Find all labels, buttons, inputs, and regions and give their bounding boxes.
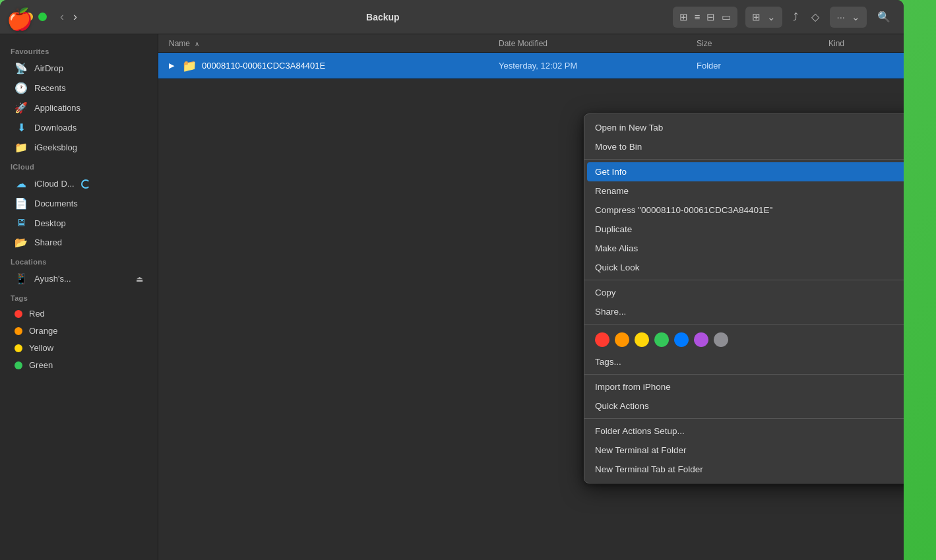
file-row-name: ▶ 📁 00008110-00061CDC3A84401E	[169, 59, 499, 73]
sidebar-item-tag-orange[interactable]: Orange	[4, 323, 154, 339]
cm-duplicate[interactable]: Duplicate	[584, 220, 904, 239]
name-column-header[interactable]: Name ∧	[169, 39, 499, 48]
color-tag-red[interactable]	[595, 332, 609, 347]
gallery-view-button[interactable]: ▭	[719, 9, 733, 26]
file-row[interactable]: ▶ 📁 00008110-00061CDC3A84401E Yesterday,…	[158, 53, 904, 79]
maximize-button[interactable]	[38, 13, 47, 21]
cm-move-to-bin[interactable]: Move to Bin	[584, 137, 904, 156]
color-tag-blue[interactable]	[674, 332, 689, 347]
downloads-icon: ⬇	[15, 121, 28, 134]
cm-quick-actions[interactable]: Quick Actions ›	[584, 396, 904, 416]
cm-share[interactable]: Share...	[584, 302, 904, 321]
cm-separator-5	[584, 418, 904, 419]
tag-yellow-label: Yellow	[29, 343, 53, 353]
tag-orange-label: Orange	[29, 326, 57, 336]
tag-red-label: Red	[29, 309, 45, 319]
color-tag-purple[interactable]	[694, 332, 708, 347]
context-menu: Open in New Tab Move to Bin Get Info Ren…	[584, 113, 904, 483]
sidebar-item-desktop[interactable]: 🖥 Desktop	[4, 214, 154, 232]
more-options-button[interactable]: ···	[834, 9, 848, 25]
file-name: 00008110-00061CDC3A84401E	[202, 61, 325, 71]
sidebar: Favourites 📡 AirDrop 🕐 Recents 🚀 Applica…	[0, 34, 158, 560]
cm-import-from-iphone[interactable]: Import from iPhone ›	[584, 377, 904, 396]
column-view-button[interactable]: ⊟	[704, 9, 718, 26]
desktop-icon: 🖥	[15, 217, 28, 229]
icloud-drive-label: iCloud D...	[34, 179, 75, 189]
back-button[interactable]: ‹	[57, 9, 67, 25]
kind-column-header[interactable]: Kind	[828, 39, 844, 48]
eject-icon[interactable]: ⏏	[136, 274, 143, 284]
cm-new-terminal-at-folder[interactable]: New Terminal at Folder	[584, 441, 904, 460]
cm-rename[interactable]: Rename	[584, 181, 904, 201]
cm-quick-look[interactable]: Quick Look	[584, 258, 904, 277]
more-options-group: ··· ⌄	[830, 7, 867, 28]
cm-get-info[interactable]: Get Info	[587, 162, 904, 181]
tag-green-dot	[15, 361, 22, 369]
cm-color-tags	[584, 327, 904, 352]
sidebar-item-ayush[interactable]: 📱 Ayush's... ⏏	[4, 269, 154, 288]
group-by-arrow[interactable]: ⌄	[764, 9, 778, 26]
tag-toolbar-button[interactable]: ◇	[809, 8, 822, 26]
sidebar-item-documents[interactable]: 📄 Documents	[4, 194, 154, 213]
color-tag-orange[interactable]	[615, 332, 629, 347]
disclosure-triangle[interactable]: ▶	[169, 61, 174, 70]
applications-label: Applications	[34, 103, 80, 113]
recents-icon: 🕐	[15, 82, 28, 94]
locations-section-label: Locations	[0, 253, 158, 268]
cm-separator-4	[584, 374, 904, 375]
sidebar-item-icloud-drive[interactable]: ☁ iCloud D...	[4, 174, 154, 193]
color-tag-gray[interactable]	[714, 332, 728, 347]
tag-red-dot	[15, 310, 22, 318]
cm-separator-3	[584, 324, 904, 325]
toolbar-icons: ⊞ ≡ ⊟ ▭ ⊞ ⌄ ⤴ ◇ ··· ⌄ 🔍	[673, 7, 893, 28]
igeeksblog-label: iGeeksblog	[34, 142, 77, 152]
sidebar-item-igeeksblog[interactable]: 📁 iGeeksblog	[4, 138, 154, 157]
size-column-header[interactable]: Size	[697, 39, 828, 48]
icon-view-button[interactable]: ⊞	[677, 9, 691, 26]
color-tag-green[interactable]	[654, 332, 669, 347]
view-options-group: ⊞ ≡ ⊟ ▭	[673, 7, 738, 28]
window-title: Backup	[93, 12, 673, 22]
cm-new-terminal-tab[interactable]: New Terminal Tab at Folder	[584, 460, 904, 479]
list-view-button[interactable]: ≡	[692, 9, 703, 25]
titlebar: ‹ › Backup ⊞ ≡ ⊟ ▭ ⊞ ⌄ ⤴ ◇ ··· ⌄ 🔍	[0, 0, 904, 34]
group-by-button[interactable]: ⊞	[749, 9, 763, 26]
sidebar-item-applications[interactable]: 🚀 Applications	[4, 98, 154, 117]
sidebar-item-recents[interactable]: 🕐 Recents	[4, 78, 154, 98]
cm-tags[interactable]: Tags...	[584, 352, 904, 371]
search-toolbar-button[interactable]: 🔍	[875, 8, 893, 26]
sort-arrow: ∧	[195, 40, 199, 47]
date-column-header[interactable]: Date Modified	[499, 39, 697, 48]
documents-icon: 📄	[15, 197, 28, 210]
shared-label: Shared	[34, 237, 62, 247]
share-toolbar-button[interactable]: ⤴	[790, 9, 801, 26]
sidebar-item-tag-yellow[interactable]: Yellow	[4, 340, 154, 356]
sidebar-item-tag-red[interactable]: Red	[4, 305, 154, 322]
cm-open-new-tab[interactable]: Open in New Tab	[584, 118, 904, 137]
more-options-arrow[interactable]: ⌄	[849, 9, 863, 26]
forward-button[interactable]: ›	[71, 9, 80, 25]
sidebar-item-tag-green[interactable]: Green	[4, 357, 154, 373]
main-area: Favourites 📡 AirDrop 🕐 Recents 🚀 Applica…	[0, 34, 904, 560]
apple-logo: 🍎	[7, 7, 33, 32]
ayush-device-icon: 📱	[15, 272, 28, 285]
cm-folder-actions-setup[interactable]: Folder Actions Setup...	[584, 421, 904, 441]
cm-separator-1	[584, 159, 904, 160]
tags-section-label: Tags	[0, 289, 158, 305]
cm-separator-2	[584, 280, 904, 280]
sidebar-item-downloads[interactable]: ⬇ Downloads	[4, 118, 154, 137]
cm-make-alias[interactable]: Make Alias	[584, 239, 904, 258]
sidebar-item-shared[interactable]: 📂 Shared	[4, 233, 154, 252]
tag-yellow-dot	[15, 344, 22, 352]
color-tag-yellow[interactable]	[635, 332, 649, 347]
documents-label: Documents	[34, 199, 78, 208]
tag-green-label: Green	[29, 360, 53, 370]
nav-arrows: ‹ ›	[57, 9, 80, 25]
cm-copy[interactable]: Copy	[584, 283, 904, 302]
sidebar-item-airdrop[interactable]: 📡 AirDrop	[4, 59, 154, 78]
folder-icon: 📁	[182, 59, 197, 73]
file-kind: Folder	[697, 61, 721, 71]
cm-compress[interactable]: Compress "00008110-00061CDC3A84401E"	[584, 201, 904, 220]
airdrop-label: AirDrop	[34, 63, 63, 73]
icloud-drive-icon: ☁	[15, 177, 28, 190]
